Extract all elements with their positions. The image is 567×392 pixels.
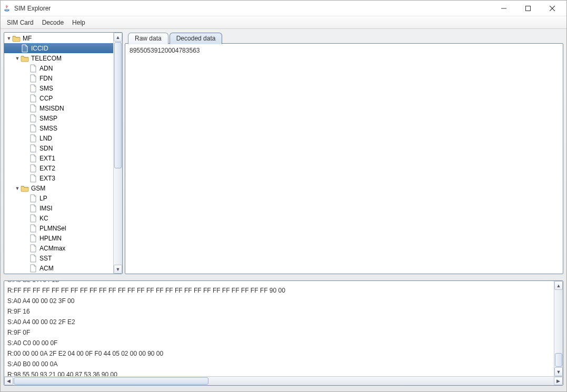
- right-panel: Raw dataDecoded data 8955053912000478356…: [125, 32, 563, 274]
- svg-point-0: [5, 9, 9, 10]
- folder-icon: [12, 34, 21, 43]
- tree-node-telecom[interactable]: ▼TELECOM: [4, 53, 113, 63]
- tree-node-lp[interactable]: LP: [4, 193, 113, 203]
- log-line: R:00 00 00 0A 2F E2 04 00 0F F0 44 05 02…: [7, 348, 560, 359]
- tree-node-label: EXT1: [39, 155, 55, 162]
- log-line: R:FF FF FF FF FF FF FF FF FF FF FF FF FF…: [7, 285, 560, 296]
- menu-decode[interactable]: Decode: [39, 18, 67, 27]
- tree-node-label: EXT2: [39, 165, 55, 172]
- scroll-up-button[interactable]: ▲: [114, 33, 122, 42]
- file-icon: [21, 44, 29, 53]
- tree-scroll[interactable]: ▼MFICCID▼TELECOMADNFDNSMSCCPMSISDNSMSPSM…: [4, 33, 113, 274]
- log-line: S:A0 C0 00 00 0F: [7, 338, 560, 348]
- tree-node-label: ACMmax: [39, 245, 65, 252]
- menu-help[interactable]: Help: [69, 18, 88, 27]
- tab-decoded-data[interactable]: Decoded data: [170, 33, 223, 44]
- tree-node-gsm[interactable]: ▼GSM: [4, 183, 113, 193]
- window-controls: [492, 1, 564, 16]
- tree-node-label: SMS: [39, 85, 53, 92]
- tree-node-label: EXT3: [39, 175, 55, 182]
- close-button[interactable]: [540, 1, 564, 16]
- tree-node-label: SMSP: [39, 115, 57, 122]
- log-line: S:A0 B0 00 00 0A: [7, 359, 560, 369]
- scroll-down-button[interactable]: ▼: [554, 367, 563, 376]
- tree-node-acmmax[interactable]: ACMmax: [4, 243, 113, 253]
- tree-node-fdn[interactable]: FDN: [4, 73, 113, 83]
- tree-panel: ▼MFICCID▼TELECOMADNFDNSMSCCPMSISDNSMSPSM…: [4, 32, 123, 274]
- log-line: R:9F 0F: [7, 327, 560, 338]
- file-icon: [29, 174, 37, 183]
- tab-bar: Raw dataDecoded data: [125, 32, 563, 44]
- content-area: ▼MFICCID▼TELECOMADNFDNSMSCCPMSISDNSMSPSM…: [1, 29, 566, 391]
- tree-node-lnd[interactable]: LND: [4, 133, 113, 143]
- horizontal-splitter[interactable]: [4, 276, 563, 278]
- scroll-down-button[interactable]: ▼: [114, 265, 122, 274]
- file-icon: [29, 214, 37, 223]
- tree-node-label: GSM: [31, 185, 45, 192]
- tree-node-sdn[interactable]: SDN: [4, 143, 113, 153]
- tree-node-plmnsel[interactable]: PLMNSel: [4, 223, 113, 233]
- file-icon: [29, 204, 37, 213]
- tree-node-kc[interactable]: KC: [4, 213, 113, 223]
- scroll-thumb[interactable]: [114, 42, 122, 168]
- tree-node-label: TELECOM: [31, 55, 62, 62]
- tree-node-iccid[interactable]: ICCID: [4, 43, 113, 53]
- file-icon: [29, 84, 37, 93]
- tree-node-label: FDN: [39, 75, 53, 82]
- file-icon: [29, 164, 37, 173]
- menubar: SIM CardDecodeHelp: [1, 16, 566, 29]
- tree-node-label: HPLMN: [39, 235, 62, 242]
- file-icon: [29, 134, 37, 143]
- tree-node-label: MSISDN: [39, 105, 64, 112]
- scroll-thumb[interactable]: [14, 377, 208, 385]
- minimize-button[interactable]: [492, 1, 516, 16]
- tree-expander[interactable]: ▼: [15, 186, 20, 191]
- scroll-right-button[interactable]: ▶: [554, 377, 563, 385]
- log-line: S:A0 A4 00 00 02 2F E2: [7, 317, 560, 327]
- file-icon: [29, 114, 37, 123]
- tab-content-decoded[interactable]: 89550539120004783563: [125, 43, 563, 274]
- file-icon: [29, 194, 37, 203]
- folder-icon: [21, 54, 29, 63]
- log-vertical-scrollbar[interactable]: ▲ ▼: [554, 281, 563, 376]
- file-icon: [29, 244, 37, 253]
- tree-node-acm[interactable]: ACM: [4, 263, 113, 273]
- scroll-thumb[interactable]: [555, 353, 562, 367]
- log-body[interactable]: S:A0 B2 1 A 04 1DR:FF FF FF FF FF FF FF …: [4, 281, 563, 376]
- tree-node-smsp[interactable]: SMSP: [4, 113, 113, 123]
- tree-node-sst[interactable]: SST: [4, 253, 113, 263]
- tree-node-msisdn[interactable]: MSISDN: [4, 103, 113, 113]
- scroll-up-button[interactable]: ▲: [554, 281, 563, 290]
- file-icon: [29, 264, 37, 273]
- sim-tree: ▼MFICCID▼TELECOMADNFDNSMSCCPMSISDNSMSPSM…: [4, 33, 113, 274]
- file-icon: [29, 64, 37, 73]
- tree-node-ccp[interactable]: CCP: [4, 93, 113, 103]
- tree-expander[interactable]: ▼: [6, 36, 12, 41]
- tree-node-mf[interactable]: ▼MF: [4, 33, 113, 43]
- tree-node-sms[interactable]: SMS: [4, 83, 113, 93]
- window-title: SIM Explorer: [14, 5, 492, 12]
- tree-node-ext3[interactable]: EXT3: [4, 173, 113, 183]
- tree-node-adn[interactable]: ADN: [4, 63, 113, 73]
- file-icon: [29, 234, 37, 243]
- log-line: R:98 55 50 93 21 00 40 87 53 36 90 00: [7, 369, 560, 376]
- tree-node-ext2[interactable]: EXT2: [4, 163, 113, 173]
- tab-raw-data[interactable]: Raw data: [128, 33, 168, 44]
- log-horizontal-scrollbar[interactable]: ◀ ▶: [4, 376, 563, 385]
- tree-expander[interactable]: ▼: [15, 56, 20, 61]
- tree-node-smss[interactable]: SMSS: [4, 123, 113, 133]
- tree-vertical-scrollbar[interactable]: ▲ ▼: [113, 33, 122, 274]
- log-line: S:A0 B2 1 A 04 1D: [7, 281, 560, 285]
- tree-node-label: KC: [39, 215, 48, 222]
- tree-node-hplmn[interactable]: HPLMN: [4, 233, 113, 243]
- tree-node-ext1[interactable]: EXT1: [4, 153, 113, 163]
- file-icon: [29, 144, 37, 153]
- file-icon: [29, 124, 37, 133]
- tree-node-imsi[interactable]: IMSI: [4, 203, 113, 213]
- tree-node-label: CCP: [39, 95, 53, 102]
- scroll-track[interactable]: [13, 377, 554, 385]
- maximize-button[interactable]: [516, 1, 540, 16]
- scroll-left-button[interactable]: ◀: [4, 377, 13, 385]
- menu-sim-card[interactable]: SIM Card: [4, 18, 37, 27]
- app-window: SIM Explorer SIM CardDecodeHelp ▼MFICCID…: [0, 0, 567, 392]
